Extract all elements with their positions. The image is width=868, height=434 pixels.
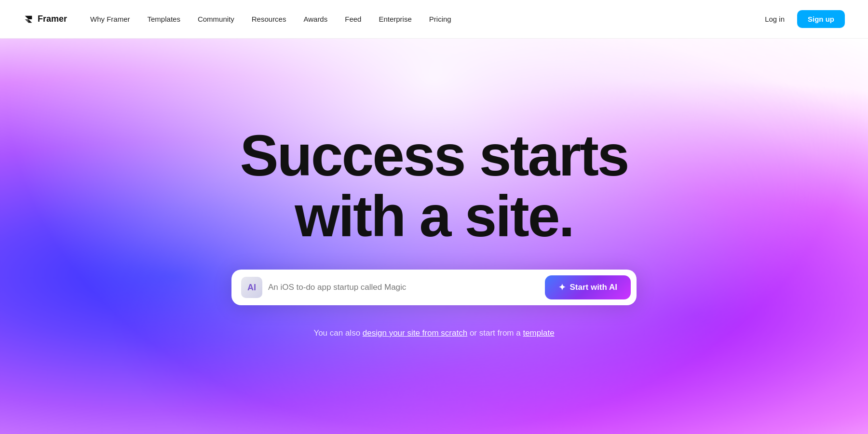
start-ai-label: Start with AI bbox=[570, 283, 617, 292]
logo[interactable]: Framer bbox=[23, 14, 67, 25]
framer-icon bbox=[23, 14, 34, 25]
login-button[interactable]: Log in bbox=[756, 11, 793, 27]
subtitle-prefix: You can also bbox=[313, 328, 362, 338]
hero-section: Success starts with a site. AI ✦ Start w… bbox=[0, 39, 868, 434]
nav-actions: Log in Sign up bbox=[756, 10, 845, 28]
nav-link-enterprise[interactable]: Enterprise bbox=[371, 11, 419, 27]
ai-input-bar: AI ✦ Start with AI bbox=[231, 270, 637, 305]
nav-link-why-framer[interactable]: Why Framer bbox=[82, 11, 138, 27]
nav-link-pricing[interactable]: Pricing bbox=[421, 11, 459, 27]
nav-link-templates[interactable]: Templates bbox=[140, 11, 188, 27]
sparkle-icon: ✦ bbox=[558, 282, 566, 293]
design-from-scratch-link[interactable]: design your site from scratch bbox=[363, 328, 467, 338]
hero-title: Success starts with a site. bbox=[240, 125, 628, 246]
nav-links: Why Framer Templates Community Resources… bbox=[82, 11, 756, 27]
nav-link-feed[interactable]: Feed bbox=[337, 11, 369, 27]
hero-subtitle: You can also design your site from scrat… bbox=[313, 328, 554, 338]
hero-title-line2: with a site. bbox=[295, 184, 573, 248]
logo-text: Framer bbox=[38, 14, 67, 24]
hero-title-line1: Success starts bbox=[240, 123, 628, 188]
subtitle-mid: or start from a bbox=[470, 328, 523, 338]
nav-link-awards[interactable]: Awards bbox=[296, 11, 335, 27]
hero-content: Success starts with a site. AI ✦ Start w… bbox=[231, 125, 637, 348]
signup-button[interactable]: Sign up bbox=[797, 10, 845, 28]
template-link[interactable]: template bbox=[523, 328, 554, 338]
navbar: Framer Why Framer Templates Community Re… bbox=[0, 0, 868, 39]
start-with-ai-button[interactable]: ✦ Start with AI bbox=[545, 275, 631, 299]
ai-text-input[interactable] bbox=[268, 283, 539, 292]
nav-link-resources[interactable]: Resources bbox=[244, 11, 294, 27]
nav-link-community[interactable]: Community bbox=[190, 11, 242, 27]
ai-icon: AI bbox=[241, 277, 262, 298]
